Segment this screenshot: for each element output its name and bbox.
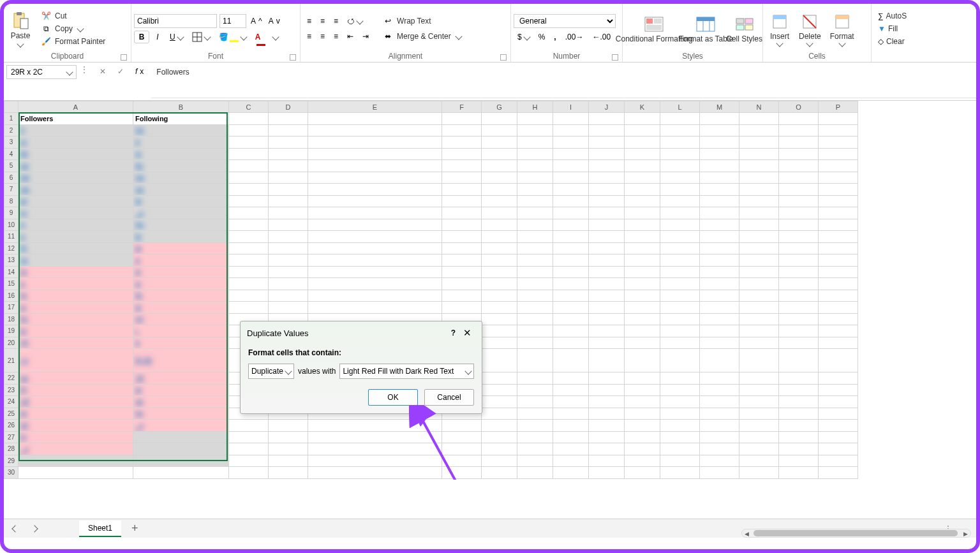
- cell[interactable]: [700, 172, 739, 184]
- cell[interactable]: [482, 242, 517, 254]
- cell[interactable]: [229, 242, 269, 254]
- cell[interactable]: [517, 420, 553, 432]
- row-header[interactable]: 2: [4, 124, 19, 136]
- row-header[interactable]: 19: [4, 325, 19, 337]
- cell[interactable]: [779, 290, 819, 302]
- cell[interactable]: [442, 231, 482, 243]
- cell[interactable]: [625, 207, 660, 219]
- cell[interactable]: [589, 124, 625, 136]
- cell[interactable]: [819, 455, 858, 467]
- cell[interactable]: [308, 195, 442, 207]
- cell[interactable]: its: [133, 160, 229, 172]
- cell[interactable]: [779, 254, 819, 267]
- cell[interactable]: [739, 266, 779, 278]
- col-header[interactable]: L: [660, 101, 700, 113]
- cell[interactable]: [133, 443, 229, 455]
- cell[interactable]: [779, 431, 819, 443]
- cell[interactable]: [739, 124, 779, 136]
- cell[interactable]: [779, 266, 819, 278]
- cell[interactable]: w: [133, 278, 229, 290]
- cell[interactable]: [553, 148, 589, 160]
- cell[interactable]: [589, 242, 625, 254]
- cell[interactable]: [229, 443, 269, 455]
- cell[interactable]: [553, 396, 589, 408]
- cell[interactable]: sr: [133, 148, 229, 160]
- cell[interactable]: [739, 136, 779, 149]
- borders-button[interactable]: [188, 31, 214, 43]
- cell[interactable]: [739, 231, 779, 243]
- cell[interactable]: [589, 231, 625, 243]
- cell[interactable]: [660, 113, 700, 125]
- cell[interactable]: [819, 195, 858, 207]
- row-header[interactable]: 12: [4, 242, 19, 254]
- cell[interactable]: sp: [19, 160, 133, 172]
- cell[interactable]: [819, 219, 858, 231]
- cell[interactable]: sh: [133, 396, 229, 408]
- cell[interactable]: [308, 148, 442, 160]
- cell[interactable]: ya: [133, 184, 229, 196]
- cell[interactable]: [482, 219, 517, 231]
- cell[interactable]: [308, 254, 442, 267]
- cell[interactable]: [269, 431, 308, 443]
- paste-button[interactable]: Paste: [6, 9, 34, 48]
- cell[interactable]: [482, 124, 517, 136]
- cell[interactable]: [819, 420, 858, 432]
- cell[interactable]: [589, 207, 625, 219]
- cell[interactable]: [819, 396, 858, 408]
- cell[interactable]: [589, 278, 625, 290]
- cell[interactable]: [589, 313, 625, 325]
- cell[interactable]: [739, 172, 779, 184]
- cell[interactable]: [700, 396, 739, 408]
- cell[interactable]: [482, 148, 517, 160]
- sheet-tab[interactable]: Sheet1: [79, 520, 121, 537]
- row-header[interactable]: 1: [4, 113, 19, 125]
- cell[interactable]: [553, 372, 589, 385]
- cell[interactable]: _v: [19, 443, 133, 455]
- cell[interactable]: [482, 467, 517, 479]
- cell[interactable]: [229, 136, 269, 149]
- cell[interactable]: [442, 266, 482, 278]
- cell[interactable]: [700, 219, 739, 231]
- row-header[interactable]: 17: [4, 302, 19, 314]
- cell[interactable]: [779, 372, 819, 385]
- cell[interactable]: la: [19, 290, 133, 302]
- row-header[interactable]: 14: [4, 266, 19, 278]
- cell[interactable]: [660, 431, 700, 443]
- cell[interactable]: [660, 136, 700, 149]
- cell[interactable]: [482, 184, 517, 196]
- cell[interactable]: [625, 420, 660, 432]
- cell[interactable]: ch: [133, 313, 229, 325]
- row-header[interactable]: 20: [4, 337, 19, 349]
- cell[interactable]: [779, 124, 819, 136]
- cell[interactable]: [553, 184, 589, 196]
- ok-button[interactable]: OK: [368, 389, 418, 406]
- next-sheet-button[interactable]: [28, 522, 41, 535]
- cell[interactable]: [660, 302, 700, 314]
- cell[interactable]: [308, 113, 442, 125]
- cell[interactable]: [660, 231, 700, 243]
- cell[interactable]: [625, 372, 660, 385]
- cell[interactable]: [660, 325, 700, 337]
- cell[interactable]: [553, 325, 589, 337]
- cell[interactable]: kr: [133, 231, 229, 243]
- cell[interactable]: [482, 302, 517, 314]
- cell[interactable]: [229, 290, 269, 302]
- font-color-button[interactable]: A: [251, 31, 283, 43]
- cell[interactable]: [308, 278, 442, 290]
- dialog-help-button[interactable]: ?: [447, 327, 459, 339]
- cell[interactable]: [700, 325, 739, 337]
- cell[interactable]: [553, 443, 589, 455]
- cell[interactable]: [700, 349, 739, 372]
- cell[interactable]: [517, 242, 553, 254]
- cell[interactable]: [442, 467, 482, 479]
- cell[interactable]: [625, 337, 660, 349]
- cell[interactable]: lis: [133, 290, 229, 302]
- cell[interactable]: [589, 372, 625, 385]
- cell[interactable]: i.s: [19, 349, 133, 372]
- cell[interactable]: [819, 148, 858, 160]
- row-header[interactable]: 25: [4, 408, 19, 420]
- cell[interactable]: [517, 396, 553, 408]
- cell[interactable]: [269, 219, 308, 231]
- cell[interactable]: [229, 420, 269, 432]
- cell[interactable]: [819, 278, 858, 290]
